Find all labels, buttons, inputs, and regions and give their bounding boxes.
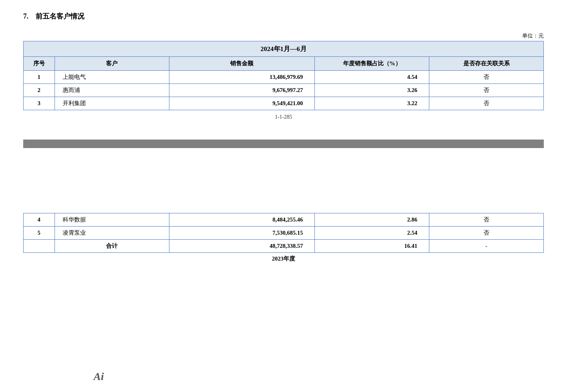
cell-sales-amount: 8,484,255.46 <box>169 213 315 227</box>
gray-bar-area <box>23 132 544 163</box>
cell-customer: 凌霄泵业 <box>55 227 169 240</box>
cell-sales-amount: 9,549,421.00 <box>169 97 315 110</box>
cell-related-party: 否 <box>429 97 544 110</box>
col-sales-ratio: 年度销售额占比（%） <box>315 57 429 71</box>
cell-related-party: 否 <box>429 227 544 240</box>
cell-customer: 科华数据 <box>55 213 169 227</box>
cell-index: 2 <box>24 84 55 97</box>
cell-sales-ratio: 2.54 <box>315 227 429 240</box>
cell-index: 1 <box>24 71 55 84</box>
cell-customer: 开利集团 <box>55 97 169 110</box>
cell-related-party: - <box>429 240 544 253</box>
next-period-label: 2023年度 <box>23 255 544 262</box>
col-sales-amount: 销售金额 <box>169 57 315 71</box>
section-title-text: 前五名客户情况 <box>36 12 84 20</box>
table-row: 1 上能电气 13,486,979.69 4.54 否 <box>24 71 544 84</box>
unit-label: 单位：元 <box>23 32 544 39</box>
cell-sales-ratio: 3.26 <box>315 84 429 97</box>
col-customer: 客户 <box>55 57 169 71</box>
cell-sales-amount: 13,486,979.69 <box>169 71 315 84</box>
cell-sales-ratio: 2.86 <box>315 213 429 227</box>
cell-sales-ratio: 16.41 <box>315 240 429 253</box>
table-row: 4 科华数据 8,484,255.46 2.86 否 <box>24 213 544 227</box>
cell-index: 4 <box>24 213 55 227</box>
cell-sales-ratio: 3.22 <box>315 97 429 110</box>
cell-customer: 惠而浦 <box>55 84 169 97</box>
column-header-row: 序号 客户 销售金额 年度销售额占比（%） 是否存在关联关系 <box>24 57 544 71</box>
table-row: 5 凌霄泵业 7,530,685.15 2.54 否 <box>24 227 544 240</box>
cell-related-party: 否 <box>429 213 544 227</box>
cell-sales-ratio: 4.54 <box>315 71 429 84</box>
cell-customer: 合计 <box>55 240 169 253</box>
bottom-table: 4 科华数据 8,484,255.46 2.86 否 5 凌霄泵业 7,530,… <box>23 213 544 253</box>
cell-sales-amount: 9,676,997.27 <box>169 84 315 97</box>
period-header-row: 2024年1月—6月 <box>24 41 544 57</box>
period-header: 2024年1月—6月 <box>24 41 544 57</box>
cell-sales-amount: 7,530,685.15 <box>169 227 315 240</box>
cell-related-party: 否 <box>429 84 544 97</box>
table-row: 2 惠而浦 9,676,997.27 3.26 否 <box>24 84 544 97</box>
col-related-party: 是否存在关联关系 <box>429 57 544 71</box>
cell-related-party: 否 <box>429 71 544 84</box>
cell-sales-amount: 48,728,338.57 <box>169 240 315 253</box>
cell-customer: 上能电气 <box>55 71 169 84</box>
page-container: 7. 前五名客户情况 单位：元 2024年1月—6月 序号 客户 销售金额 年度… <box>0 0 567 392</box>
cell-index: 3 <box>24 97 55 110</box>
table-row: 3 开利集团 9,549,421.00 3.22 否 <box>24 97 544 110</box>
gray-bar <box>23 140 544 148</box>
cell-index: 5 <box>24 227 55 240</box>
page-number: 1-1-285 <box>23 114 544 120</box>
bottom-section: 4 科华数据 8,484,255.46 2.86 否 5 凌霄泵业 7,530,… <box>23 213 544 262</box>
section-title: 7. 前五名客户情况 <box>23 12 544 21</box>
col-index: 序号 <box>24 57 55 71</box>
cell-index <box>24 240 55 253</box>
ai-label: Ai <box>94 370 104 383</box>
top-table: 2024年1月—6月 序号 客户 销售金额 年度销售额占比（%） 是否存在关联关… <box>23 41 544 110</box>
table-row: 合计 48,728,338.57 16.41 - <box>24 240 544 253</box>
section-number: 7. <box>23 12 29 20</box>
